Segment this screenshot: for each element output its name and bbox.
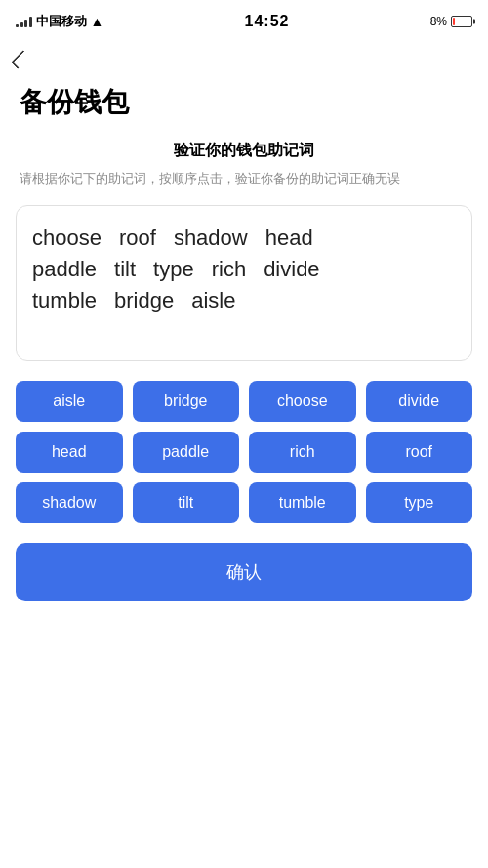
display-word-head: head: [265, 226, 313, 251]
display-word-choose: choose: [32, 226, 102, 251]
word-row-3: tumble bridge aisle: [32, 288, 456, 313]
display-word-roof: roof: [119, 226, 156, 251]
battery-percent: 8%: [430, 15, 447, 28]
battery-fill: [453, 18, 455, 25]
display-word-paddle: paddle: [32, 257, 97, 282]
display-word-tumble: tumble: [32, 288, 97, 313]
status-time: 14:52: [245, 13, 290, 30]
section-desc: 请根据你记下的助记词，按顺序点击，验证你备份的助记词正确无误: [0, 169, 488, 189]
display-word-shadow: shadow: [174, 226, 248, 251]
display-word-bridge: bridge: [114, 288, 174, 313]
chip-tumble[interactable]: tumble: [249, 482, 356, 523]
chip-type[interactable]: type: [366, 482, 473, 523]
word-row-2: paddle tilt type rich divide: [32, 257, 456, 282]
back-button[interactable]: [0, 43, 488, 76]
word-display-box: choose roof shadow head paddle tilt type…: [16, 205, 472, 361]
word-row-1: choose roof shadow head: [32, 226, 456, 251]
carrier-label: 中国移动: [36, 13, 87, 30]
chip-divide[interactable]: divide: [366, 381, 473, 422]
chip-roof[interactable]: roof: [366, 432, 473, 473]
chip-tilt[interactable]: tilt: [133, 482, 240, 523]
page-title: 备份钱包: [0, 76, 488, 141]
display-word-type: type: [153, 257, 194, 282]
display-word-divide: divide: [264, 257, 319, 282]
display-word-aisle: aisle: [191, 288, 235, 313]
display-word-tilt: tilt: [114, 257, 136, 282]
chip-rich[interactable]: rich: [249, 432, 356, 473]
status-bar: 中国移动 ▲ 14:52 8%: [0, 0, 488, 43]
chip-paddle[interactable]: paddle: [133, 432, 240, 473]
chip-bridge[interactable]: bridge: [133, 381, 240, 422]
confirm-button[interactable]: 确认: [16, 543, 472, 601]
wifi-icon: ▲: [91, 14, 104, 29]
chip-aisle[interactable]: aisle: [16, 381, 123, 422]
chip-shadow[interactable]: shadow: [16, 482, 123, 523]
chip-head[interactable]: head: [16, 432, 123, 473]
status-carrier: 中国移动 ▲: [16, 13, 103, 30]
display-word-rich: rich: [212, 257, 246, 282]
status-battery: 8%: [430, 15, 472, 28]
signal-icon: [16, 16, 32, 27]
chips-container: aisle bridge choose divide head paddle r…: [0, 381, 488, 523]
back-arrow-icon: [11, 50, 30, 69]
chip-choose[interactable]: choose: [249, 381, 356, 422]
section-heading: 验证你的钱包助记词: [0, 141, 488, 161]
battery-icon: [451, 16, 472, 27]
